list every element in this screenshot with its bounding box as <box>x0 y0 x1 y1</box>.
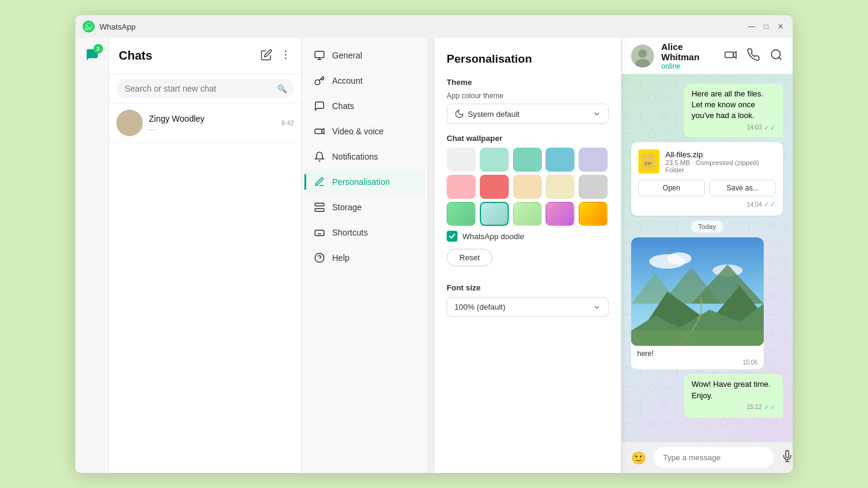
chat-list-icons[interactable] <box>260 49 292 63</box>
svg-point-0 <box>285 50 287 52</box>
chat-header: Alice Whitman online <box>621 38 793 74</box>
menu-icon[interactable] <box>280 49 292 63</box>
wallpaper-swatch[interactable] <box>447 148 476 172</box>
wallpaper-swatch[interactable] <box>579 175 608 199</box>
svg-marker-5 <box>322 129 324 134</box>
contact-name: Alice Whitman <box>661 42 717 62</box>
wallpaper-swatch[interactable] <box>480 175 509 199</box>
chat-list-header: Chats <box>109 38 301 74</box>
svg-text:ZIP: ZIP <box>644 161 652 166</box>
svg-rect-6 <box>315 203 324 206</box>
chat-contact-name: Zingy Woodley <box>149 114 275 124</box>
search-icon: 🔍 <box>277 84 287 93</box>
voice-call-icon[interactable] <box>747 48 760 64</box>
reset-button[interactable]: Reset <box>447 249 492 266</box>
close-button[interactable]: ✕ <box>776 22 785 31</box>
whatsapp-doodle-label: WhatsApp doodle <box>462 232 524 241</box>
file-size: 23.5 MB · Compressed (zipped) Folder <box>665 159 776 174</box>
theme-subsection-label: App colour theme <box>447 92 609 100</box>
video-call-icon[interactable] <box>724 48 737 64</box>
zip-file-icon: ZIP <box>638 149 659 174</box>
chat-list-title: Chats <box>119 49 260 63</box>
wallpaper-swatch[interactable] <box>579 202 608 226</box>
double-check-icon: ✓✓ <box>764 123 776 133</box>
message-text: Here are all the files. Let me know once… <box>691 89 763 120</box>
maximize-button[interactable]: □ <box>761 22 771 31</box>
message-time: 14:03 <box>747 124 762 132</box>
wallpaper-swatch[interactable] <box>546 175 574 199</box>
settings-label-account: Account <box>332 76 363 86</box>
settings-panel: General Account Chats Video & voice Noti… <box>302 38 429 473</box>
wallpaper-swatch[interactable] <box>546 202 574 226</box>
svg-line-18 <box>779 57 781 60</box>
chat-search-icon[interactable] <box>770 48 783 64</box>
svg-rect-3 <box>315 51 324 58</box>
settings-item-shortcuts[interactable]: Shortcuts <box>304 220 426 245</box>
minimize-button[interactable]: — <box>747 22 756 31</box>
message-text: Wow! Have great time. Enjoy. <box>691 380 770 399</box>
search-input[interactable] <box>116 79 294 98</box>
personalisation-title: Personalisation <box>447 52 609 66</box>
window-controls[interactable]: — □ ✕ <box>747 22 785 31</box>
wallpaper-section: Chat wallpaper <box>447 134 609 276</box>
settings-label-storage: Storage <box>332 202 362 212</box>
chat-list-items: Zingy Woodley ... 9:42 <box>109 104 301 473</box>
chat-list-panel: Chats 🔍 <box>109 38 302 473</box>
wallpaper-swatch[interactable] <box>447 175 476 199</box>
settings-item-help[interactable]: Help <box>304 245 426 271</box>
settings-item-notifications[interactable]: Notifications <box>304 144 426 169</box>
double-check-icon: ✓✓ <box>764 200 776 208</box>
wallpaper-swatch[interactable] <box>480 148 509 172</box>
mic-icon[interactable] <box>781 450 793 465</box>
wallpaper-swatch[interactable] <box>513 148 542 172</box>
settings-item-general[interactable]: General <box>304 43 426 68</box>
font-size-dropdown[interactable]: 100% (default) <box>447 297 609 317</box>
wallpaper-swatch-selected[interactable] <box>480 202 509 226</box>
received-image-message: here! 15:06 <box>631 237 764 369</box>
whatsapp-doodle-row[interactable]: WhatsApp doodle <box>447 231 609 242</box>
chat-time: 9:42 <box>281 119 294 127</box>
search-bar: 🔍 <box>109 74 301 104</box>
new-chat-icon[interactable] <box>260 49 272 63</box>
font-section: Font size 100% (default) <box>447 283 609 317</box>
svg-point-1 <box>285 54 287 55</box>
emoji-icon[interactable]: 🙂 <box>631 451 646 465</box>
personalisation-panel: Personalisation Theme App colour theme S… <box>435 38 621 473</box>
image-caption: here! 15:06 <box>631 346 764 369</box>
app-title: WhatsApp <box>99 22 747 31</box>
chat-area: Alice Whitman online <box>621 38 793 473</box>
wallpaper-swatch[interactable] <box>447 202 476 226</box>
svg-point-26 <box>667 252 691 264</box>
theme-dropdown[interactable]: System default <box>447 104 609 124</box>
wallpaper-swatch[interactable] <box>546 148 574 172</box>
theme-section-label: Theme <box>447 78 609 87</box>
settings-item-account[interactable]: Account <box>304 68 426 93</box>
file-name: All-files.zip <box>665 150 776 159</box>
sidebar-item-chats[interactable]: 3 <box>80 43 104 67</box>
message-input[interactable] <box>653 447 774 468</box>
image-message-time: 15:06 <box>743 359 758 366</box>
save-file-button[interactable]: Save as... <box>709 180 776 196</box>
settings-item-chats[interactable]: Chats <box>304 93 426 119</box>
chat-input-bar: 🙂 <box>621 442 793 473</box>
list-item[interactable]: Zingy Woodley ... 9:42 <box>109 104 301 143</box>
wallpaper-grid <box>447 148 609 226</box>
open-file-button[interactable]: Open <box>638 180 705 196</box>
message-time: 15:12 <box>747 403 762 411</box>
settings-item-storage[interactable]: Storage <box>304 195 426 220</box>
message-bubble: Here are all the files. Let me know once… <box>684 84 783 137</box>
contact-status: online <box>661 62 717 70</box>
settings-label-help: Help <box>332 253 350 263</box>
wallpaper-swatch[interactable] <box>579 148 608 172</box>
contact-info: Alice Whitman online <box>661 42 717 70</box>
font-size-value: 100% (default) <box>454 302 506 311</box>
whatsapp-doodle-checkbox[interactable] <box>447 231 458 242</box>
theme-value: System default <box>468 110 520 119</box>
settings-label-shortcuts: Shortcuts <box>332 228 368 237</box>
settings-item-video-voice[interactable]: Video & voice <box>304 119 426 144</box>
settings-item-personalisation[interactable]: Personalisation <box>304 169 426 195</box>
message-image <box>631 237 764 346</box>
chat-header-actions[interactable] <box>724 48 783 64</box>
wallpaper-swatch[interactable] <box>513 175 542 199</box>
wallpaper-swatch[interactable] <box>513 202 542 226</box>
